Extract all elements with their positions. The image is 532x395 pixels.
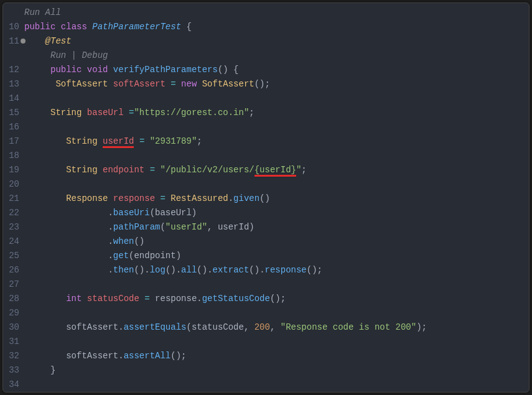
method-call: then (113, 265, 134, 275)
codelens-run-debug[interactable]: Run | Debug (50, 50, 108, 60)
type: Response (66, 193, 108, 203)
code-line[interactable]: 23 .pathParam("userId", userId) (3, 220, 529, 235)
string: "Response code is not 200" (281, 322, 416, 332)
code-line[interactable]: 35 } (3, 392, 529, 393)
variable: response (113, 193, 155, 203)
line-number: 29 (3, 306, 24, 320)
codelens-line: Run All (3, 6, 529, 20)
code-line[interactable]: 30 softAssert.assertEquals(statusCode, 2… (3, 320, 529, 335)
dot: . (108, 265, 113, 275)
dot: . (259, 265, 264, 275)
semicolon: ; (265, 79, 270, 89)
class-ref: RestAssured (170, 193, 228, 203)
code-line[interactable]: 34 (3, 378, 529, 392)
line-number: 31 (3, 335, 24, 349)
line-number: 25 (3, 249, 24, 263)
number: 200 (254, 322, 270, 332)
code-line[interactable]: 27 (3, 277, 529, 292)
dot: . (207, 265, 212, 275)
string-part: "/public/v2/users/ (160, 165, 254, 175)
code-line[interactable]: 24 .when() (3, 235, 529, 249)
line-number: 12 (3, 63, 24, 77)
keyword: public (50, 65, 82, 75)
dot: . (118, 351, 123, 361)
paren: ) (416, 322, 421, 332)
code-line[interactable]: 14 (3, 91, 529, 106)
paren: ( (186, 322, 191, 332)
line-number[interactable]: 11 (3, 34, 24, 49)
line-number: 22 (3, 206, 24, 220)
code-line[interactable]: 21 Response response = RestAssured.given… (3, 192, 529, 206)
type: SoftAssert (55, 79, 108, 89)
line-number: 20 (3, 177, 24, 192)
dot: . (228, 193, 233, 203)
dot: . (108, 208, 113, 218)
comma: , (244, 322, 254, 332)
parens: () (249, 265, 259, 275)
type: String (50, 108, 82, 118)
object-ref: softAssert (66, 322, 118, 332)
string: "https://gorest.co.in" (134, 108, 249, 118)
line-number: 24 (3, 235, 24, 249)
semicolon: ; (301, 165, 306, 175)
line-number: 33 (3, 363, 24, 378)
comma: , (207, 222, 218, 232)
line-number: 35 (3, 392, 24, 393)
code-line[interactable]: 19 String endpoint = "/public/v2/users/{… (3, 163, 529, 177)
semicolon: ; (281, 294, 286, 304)
annotation: @Test (45, 36, 72, 46)
parens: () (270, 294, 281, 304)
variable: statusCode (87, 294, 139, 304)
code-line[interactable]: 17 String userId = "2931789"; (3, 134, 529, 149)
parens: () (170, 351, 181, 361)
code-line[interactable]: 12 public void verifyPathParameters() { (3, 63, 529, 77)
code-line[interactable]: 15 String baseUrl ="https://gorest.co.in… (3, 106, 529, 120)
line-number: 19 (3, 163, 24, 177)
code-line[interactable]: 13 SoftAssert softAssert = new SoftAsser… (3, 77, 529, 91)
code-line[interactable]: 26 .then().log().all().extract().respons… (3, 263, 529, 277)
operator: = (144, 294, 149, 304)
line-number: 30 (3, 320, 24, 335)
variable: softAssert (113, 79, 166, 89)
parens: () (254, 79, 265, 89)
code-line[interactable]: 33 } (3, 363, 529, 378)
line-number: 23 (3, 220, 24, 235)
method-call: assertAll (124, 351, 171, 361)
type: String (66, 165, 97, 175)
semicolon: ; (181, 351, 186, 361)
code-line[interactable]: 18 (3, 149, 529, 163)
parens: () (218, 65, 228, 75)
type: int (66, 294, 82, 304)
semicolon: ; (422, 322, 427, 332)
method-call: log (150, 265, 166, 275)
argument: baseUrl (155, 208, 192, 218)
code-line[interactable]: 22 .baseUri(baseUrl) (3, 206, 529, 220)
code-line[interactable]: 25 .get(endpoint) (3, 249, 529, 263)
method-call: get (113, 251, 129, 261)
string: "userId" (166, 222, 207, 232)
parens: () (134, 236, 144, 246)
code-line[interactable]: 28 int statusCode = response.getStatusCo… (3, 292, 529, 306)
code-line[interactable]: 11 @Test (3, 34, 529, 49)
code-editor[interactable]: Run All 10 public class PathParameterTes… (2, 2, 530, 393)
variable-underlined: userId (103, 136, 134, 148)
code-line[interactable]: 31 (3, 335, 529, 349)
semicolon: ; (197, 136, 202, 146)
codelens-run-all[interactable]: Run All (24, 6, 61, 20)
method-call: given (233, 193, 259, 203)
line-number: 34 (3, 378, 24, 392)
code-line[interactable]: 16 (3, 120, 529, 134)
dot: . (108, 236, 113, 246)
variable: baseUrl (87, 108, 124, 118)
parens: () (134, 265, 144, 275)
code-line[interactable]: 10 public class PathParameterTest { (3, 20, 529, 34)
code-line[interactable]: 32 softAssert.assertAll(); (3, 349, 529, 363)
object-ref: response (155, 294, 197, 304)
line-number: 15 (3, 106, 24, 120)
line-number: 13 (3, 77, 24, 91)
code-line[interactable]: 29 (3, 306, 529, 320)
line-number: 27 (3, 277, 24, 292)
dot: . (197, 294, 202, 304)
code-line[interactable]: 20 (3, 177, 529, 192)
semicolon: ; (317, 265, 322, 275)
